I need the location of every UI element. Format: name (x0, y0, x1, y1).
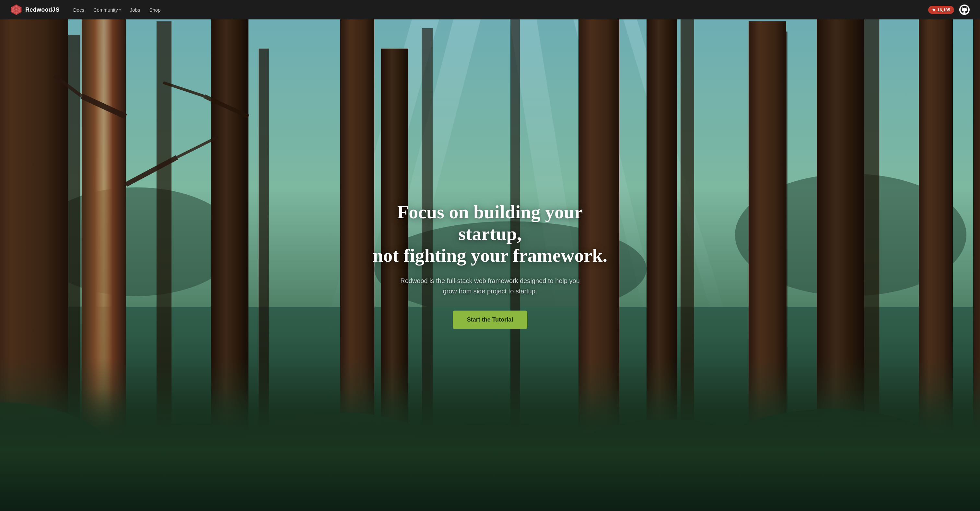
logo-text: RedwoodJS (25, 6, 60, 13)
star-icon: ★ (932, 8, 935, 12)
nav-docs[interactable]: Docs (70, 5, 88, 14)
navbar: RedwoodJS Docs Community ▾ Jobs Shop ★ 1… (0, 0, 980, 19)
hero-section: Focus on building your startup, not figh… (0, 0, 980, 511)
nav-jobs[interactable]: Jobs (127, 5, 143, 14)
navbar-right: ★ 16,185 (928, 5, 970, 15)
svg-point-13 (34, 187, 238, 296)
github-icon[interactable] (959, 5, 970, 15)
hero-content: Focus on building your startup, not figh… (357, 182, 623, 328)
nav-shop[interactable]: Shop (146, 5, 164, 14)
navbar-left: RedwoodJS Docs Community ▾ Jobs Shop (10, 4, 164, 16)
github-stars-badge[interactable]: ★ 16,185 (928, 6, 954, 14)
start-tutorial-button[interactable]: Start the Tutorial (453, 311, 528, 329)
hero-headline: Focus on building your startup, not figh… (370, 202, 610, 266)
svg-point-14 (735, 174, 966, 296)
ground-overlay (0, 358, 980, 511)
nav-links: Docs Community ▾ Jobs Shop (70, 5, 164, 14)
chevron-down-icon: ▾ (119, 8, 121, 12)
hero-subtext: Redwood is the full-stack web framework … (370, 276, 610, 296)
nav-community[interactable]: Community ▾ (90, 5, 124, 14)
logo-icon (10, 4, 22, 16)
stars-count: 16,185 (937, 8, 950, 12)
logo-link[interactable]: RedwoodJS (10, 4, 60, 16)
